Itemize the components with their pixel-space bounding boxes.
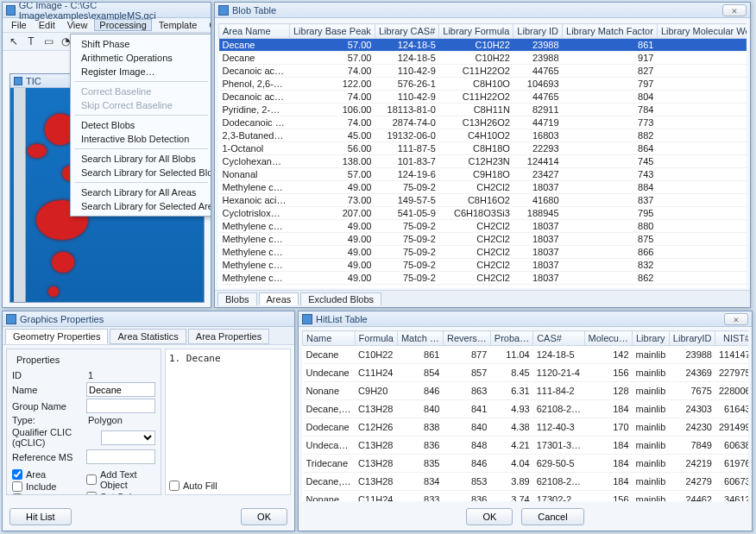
rect-tool-icon[interactable]: ▭: [42, 35, 54, 47]
close-checkbox[interactable]: [12, 493, 22, 495]
table-row[interactable]: Cyclotrislox…207.00541-05-9C6H18O3Si3188…: [219, 207, 747, 220]
menu-file[interactable]: File: [6, 19, 32, 31]
table-row[interactable]: Decanoic ac…74.00110-42-9C11H22O24476582…: [219, 65, 747, 78]
table-row[interactable]: Decane,…C13H288348533.8962108-2…184mainl…: [303, 473, 749, 491]
hitlist-scroll[interactable]: NameFormulaMatch …Revers…Proba…CAS#Molec…: [302, 330, 748, 501]
tab-excluded-blobs[interactable]: Excluded Blobs: [300, 292, 381, 305]
table-row[interactable]: Nonanal57.00124-19-6C9H18O23427743142232…: [219, 168, 747, 181]
menu-item[interactable]: Search Library for All Areas: [71, 185, 211, 199]
menu-item[interactable]: Arithmetic Operations: [71, 51, 211, 65]
table-row[interactable]: DecaneC10H2286187711.04124-18-5142mainli…: [303, 346, 749, 364]
name-input[interactable]: [86, 382, 155, 397]
table-row[interactable]: 1-Octanol56.00111-87-5C8H18O222938641302…: [219, 142, 747, 155]
column-header[interactable]: Library Base Peak: [289, 24, 375, 39]
table-row[interactable]: Methylene c…49.0075-09-2CH2Cl21803787584…: [219, 233, 747, 246]
qualifier-select[interactable]: [101, 430, 155, 445]
decane-list[interactable]: 1. Decane Auto Fill: [165, 349, 291, 495]
graphics-ok-button[interactable]: OK: [241, 508, 287, 525]
blob-table-scroll[interactable]: Area NameLibrary Base PeakLibrary CAS#Li…: [218, 23, 747, 288]
set-color-checkbox[interactable]: [86, 492, 97, 495]
menu-item[interactable]: Interactive Blob Detection: [71, 132, 211, 146]
column-header[interactable]: Molecu…: [584, 331, 632, 346]
column-header[interactable]: Formula: [355, 331, 397, 346]
column-header[interactable]: Library Match Factor: [563, 24, 658, 39]
menu-edit[interactable]: Edit: [34, 19, 60, 31]
column-header[interactable]: Match …: [397, 331, 443, 346]
table-row[interactable]: Undeca…C13H288368484.2117301-3…184mainli…: [303, 437, 749, 455]
menu-item[interactable]: Search Library for Selected Blobs: [71, 166, 211, 179]
table-row[interactable]: Methylene c…49.0075-09-2CH2Cl21803788484…: [219, 181, 747, 194]
table-row[interactable]: Methylene c…49.0075-09-2CH2Cl21803786284…: [219, 272, 747, 285]
table-cell: C11H22O2: [439, 91, 513, 104]
table-row[interactable]: Phenol, 2,6-…122.00576-26-1C8H10O1046937…: [219, 78, 747, 91]
table-row[interactable]: Methylene c…49.0075-09-2CH2Cl21803783284…: [219, 259, 747, 272]
auto-fill-checkbox[interactable]: [169, 481, 180, 491]
select-tool-icon[interactable]: ↖: [8, 35, 20, 47]
menu-item[interactable]: Register Image…: [71, 65, 211, 79]
group-name-input[interactable]: [86, 399, 155, 413]
hitlist-cancel-button[interactable]: Cancel: [521, 508, 583, 525]
reference-ms-input[interactable]: [86, 449, 155, 464]
column-header[interactable]: Library CAS#: [375, 24, 438, 39]
add-text-object-checkbox[interactable]: [86, 474, 97, 485]
column-header[interactable]: LibraryID: [669, 331, 715, 346]
column-header[interactable]: CAS#: [533, 331, 584, 346]
column-header[interactable]: Library: [633, 331, 670, 346]
table-cell: 853: [443, 473, 490, 491]
table-row[interactable]: Hexanoic aci…73.00149-57-5C8H16O24168083…: [219, 194, 747, 207]
tab-blobs[interactable]: Blobs: [217, 292, 257, 305]
menu-processing[interactable]: Processing: [94, 19, 151, 31]
menu-template[interactable]: Template: [154, 19, 203, 31]
table-cell: 861: [563, 39, 658, 52]
column-header[interactable]: Library Formula: [439, 24, 513, 39]
table-row[interactable]: Decanoic ac…74.00110-42-9C11H22O24476580…: [219, 91, 747, 104]
table-row[interactable]: Decane,…C13H288408414.9362108-2…184mainl…: [303, 400, 749, 418]
column-header[interactable]: Revers…: [443, 331, 490, 346]
gc-image-titlebar: GC Image - C:\GC Image\examples\exampleM…: [3, 3, 211, 18]
table-row[interactable]: Dodecanoic …74.002874-74-0C13H26O2447197…: [219, 116, 747, 129]
menu-item[interactable]: Shift Phase: [71, 37, 211, 51]
blob-shape[interactable]: [28, 144, 47, 158]
column-header[interactable]: NIST#: [715, 331, 748, 346]
table-row[interactable]: Cyclohexan…138.00101-83-7C12H23N12441474…: [219, 155, 747, 168]
area-checkbox[interactable]: [12, 469, 22, 480]
column-header[interactable]: Area Name: [219, 24, 290, 39]
menu-quantification[interactable]: Quantification: [204, 19, 211, 31]
table-row[interactable]: Nonane,…C11H248338363.7417302-2…156mainl…: [303, 491, 749, 502]
hitlist-ok-button[interactable]: OK: [466, 508, 513, 525]
table-row[interactable]: Methylene c…49.0075-09-2CH2Cl21803786684…: [219, 246, 747, 259]
table-row[interactable]: Decane57.00124-18-5C10H22239888611421141…: [219, 39, 747, 52]
table-row[interactable]: NonaneC9H208468636.31111-84-2128mainlib7…: [303, 382, 749, 400]
close-button[interactable]: ⨉: [722, 4, 747, 16]
area-checkbox-label: Area: [26, 469, 46, 480]
menu-item[interactable]: Search Library for Selected Areas: [71, 199, 211, 213]
close-button[interactable]: ⨉: [724, 313, 748, 325]
column-header[interactable]: Library ID: [513, 24, 563, 39]
table-row[interactable]: TridecaneC13H288358464.04629-50-5184main…: [303, 455, 749, 473]
column-header[interactable]: Library Molecular Weight: [657, 24, 747, 39]
column-header[interactable]: Name: [303, 331, 356, 346]
table-cell: 75-09-2: [375, 259, 438, 272]
table-row[interactable]: Pyridine, 2-…106.0018113-81-0C8H11N82911…: [219, 104, 747, 116]
blob-shape[interactable]: [48, 286, 59, 297]
menu-view[interactable]: View: [62, 19, 93, 31]
text-tool-icon[interactable]: T: [25, 35, 37, 47]
menu-item[interactable]: Search Library for All Blobs: [71, 152, 211, 166]
blob-shape[interactable]: [52, 252, 74, 273]
column-header[interactable]: Proba…: [490, 331, 532, 346]
table-cell: 291499: [715, 418, 748, 437]
table-row[interactable]: UndecaneC11H248548578.451120-21-4156main…: [303, 364, 749, 382]
menu-item[interactable]: Detect Blobs: [71, 118, 211, 132]
table-row[interactable]: Methylene c…49.0075-09-2CH2Cl21803788084…: [219, 220, 747, 233]
table-row[interactable]: 2,3-Butaned…45.0019132-06-0C4H10O2168038…: [219, 129, 747, 142]
tab-area-properties[interactable]: Area Properties: [188, 329, 269, 344]
table-cell: 833: [397, 491, 443, 502]
table-row[interactable]: Decane57.00124-18-5C10H22239889171421141…: [219, 52, 747, 65]
table-row[interactable]: DodecaneC12H268388404.38112-40-3170mainl…: [303, 418, 749, 437]
tab-areas[interactable]: Areas: [259, 292, 299, 305]
tab-area-statistics[interactable]: Area Statistics: [110, 329, 186, 344]
table-cell: mainlib: [633, 364, 670, 382]
include-checkbox[interactable]: [12, 481, 22, 492]
hit-list-button[interactable]: Hit List: [9, 508, 72, 525]
tab-geometry-properties[interactable]: Geometry Properties: [5, 329, 108, 344]
